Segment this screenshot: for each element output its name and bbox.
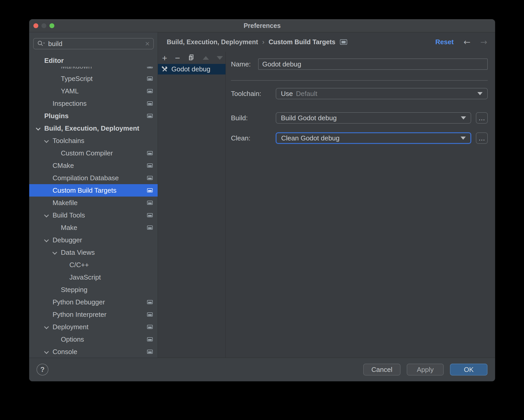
sidebar-item-compilation-database[interactable]: Compilation Database [29, 172, 158, 184]
sidebar-item-inspections[interactable]: Inspections [29, 97, 158, 110]
help-button[interactable]: ? [37, 364, 48, 376]
sidebar-item-cmake[interactable]: CMake [29, 159, 158, 172]
sidebar-item-typescript[interactable]: TypeScript [29, 72, 158, 85]
screen-settings-icon [147, 201, 153, 205]
preferences-window: Preferences build × Editor [29, 19, 495, 381]
breadcrumb-separator: › [262, 38, 265, 46]
screen-settings-icon [147, 101, 153, 106]
minimize-window-button[interactable] [41, 23, 46, 28]
chevron-down-icon[interactable] [44, 324, 49, 329]
sidebar-item-label: Toolchains [53, 137, 84, 145]
remove-target-button[interactable]: − [175, 54, 180, 62]
add-target-button[interactable]: + [162, 54, 167, 62]
target-settings-panel: Name: Godot debug Toolchain: Use Default [226, 52, 495, 358]
sidebar-item-label: Console [53, 348, 77, 356]
screen-settings-icon [147, 226, 153, 230]
sidebar-item-console[interactable]: Console [29, 346, 158, 358]
sidebar-item-toolchains[interactable]: Toolchains [29, 134, 158, 147]
screen-settings-icon [147, 114, 153, 118]
sidebar-item-options[interactable]: Options [29, 333, 158, 346]
sidebar-item-editor[interactable]: Editor [29, 54, 158, 67]
toolchain-use-text: Use [281, 90, 293, 98]
screen-settings-icon [147, 213, 153, 217]
titlebar[interactable]: Preferences [29, 19, 495, 32]
name-field[interactable]: Godot debug [258, 58, 488, 70]
forward-arrow-icon[interactable]: → [480, 38, 487, 46]
clean-select[interactable]: Clean Godot debug [276, 132, 471, 144]
sidebar-item-label: Inspections [53, 100, 87, 108]
sidebar-item-stepping[interactable]: Stepping [29, 283, 158, 296]
toolchain-label: Toolchain: [231, 90, 276, 98]
sidebar-item-deployment[interactable]: Deployment [29, 321, 158, 333]
clear-search-icon[interactable]: × [145, 40, 150, 48]
sidebar-item-python-interpreter[interactable]: Python Interpreter [29, 308, 158, 321]
sidebar-item-custom-build-targets[interactable]: Custom Build Targets [29, 184, 158, 197]
chevron-down-icon[interactable] [36, 126, 40, 130]
sidebar-item-label: Deployment [53, 323, 89, 331]
screen-settings-icon [147, 163, 153, 168]
chevron-down-icon[interactable] [44, 213, 49, 217]
sidebar-item-custom-compiler[interactable]: Custom Compiler [29, 147, 158, 159]
sidebar-item-c-cpp[interactable]: C/C++ [29, 259, 158, 271]
screen-settings-icon [147, 300, 153, 304]
sidebar-item-label: TypeScript [61, 75, 93, 83]
chevron-down-icon[interactable] [44, 138, 49, 143]
sidebar-item-label: Custom Build Targets [53, 186, 117, 194]
sidebar-item-label: Editor [44, 57, 64, 65]
sidebar-item-label: JavaScript [69, 273, 101, 281]
reset-link[interactable]: Reset [435, 38, 454, 46]
search-input[interactable]: build × [33, 38, 154, 49]
zoom-window-button[interactable] [49, 23, 54, 28]
screen-settings-icon [147, 67, 153, 68]
back-arrow-icon[interactable]: ← [463, 38, 470, 46]
sidebar-item-label: Debugger [53, 236, 82, 244]
sidebar-item-markdown[interactable]: Markdown [29, 67, 158, 72]
move-down-button[interactable] [217, 56, 223, 60]
targets-toolbar: + − [158, 52, 225, 64]
sidebar-item-plugins[interactable]: Plugins [29, 110, 158, 122]
breadcrumb-parent[interactable]: Build, Execution, Deployment [167, 38, 258, 46]
sidebar-item-label: Data Views [61, 249, 95, 257]
sidebar-item-label: C/C++ [69, 261, 89, 269]
screen-settings-icon [147, 312, 153, 317]
apply-button[interactable]: Apply [407, 364, 444, 376]
chevron-down-icon[interactable] [44, 349, 49, 354]
sidebar-item-label: Makefile [53, 199, 78, 207]
sidebar-item-label: Stepping [61, 286, 88, 294]
sidebar-item-yaml[interactable]: YAML [29, 85, 158, 97]
clean-more-button[interactable]: … [476, 132, 488, 144]
sidebar-item-makefile[interactable]: Makefile [29, 197, 158, 209]
build-select[interactable]: Build Godot debug [276, 112, 471, 124]
cancel-button[interactable]: Cancel [363, 364, 401, 376]
sidebar-item-build-tools[interactable]: Build Tools [29, 209, 158, 221]
screen-settings-icon [147, 188, 153, 192]
sidebar-item-label: Build Tools [53, 211, 85, 219]
move-up-button[interactable] [203, 56, 209, 60]
sidebar-item-data-views[interactable]: Data Views [29, 246, 158, 259]
sidebar-item-label: Python Debugger [53, 298, 105, 306]
sidebar-item-javascript[interactable]: JavaScript [29, 271, 158, 283]
sidebar-item-python-debugger[interactable]: Python Debugger [29, 296, 158, 308]
screen-settings-icon [147, 176, 153, 180]
build-tools-icon [161, 66, 168, 73]
sidebar-item-label: CMake [53, 162, 74, 170]
sidebar-item-make[interactable]: Make [29, 221, 158, 234]
screen-settings-icon [147, 337, 153, 341]
chevron-down-icon [477, 92, 483, 95]
sidebar-item-build-execution-deployment[interactable]: Build, Execution, Deployment [29, 122, 158, 134]
build-more-button[interactable]: … [476, 112, 488, 124]
sidebar-item-debugger[interactable]: Debugger [29, 234, 158, 246]
search-icon [37, 40, 45, 47]
screen-settings-icon [147, 77, 153, 81]
duplicate-target-button[interactable] [188, 54, 195, 62]
toolchain-select[interactable]: Use Default [276, 88, 488, 99]
target-name: Godot debug [171, 65, 210, 73]
chevron-down-icon[interactable] [52, 250, 57, 254]
target-list-item[interactable]: Godot debug [158, 64, 225, 74]
chevron-down-icon[interactable] [44, 237, 49, 242]
sidebar-item-label: Options [61, 335, 84, 343]
chevron-down-icon [461, 137, 466, 140]
ok-button[interactable]: OK [450, 364, 487, 376]
dialog-footer: ? Cancel Apply OK [29, 358, 495, 381]
close-window-button[interactable] [33, 23, 38, 28]
